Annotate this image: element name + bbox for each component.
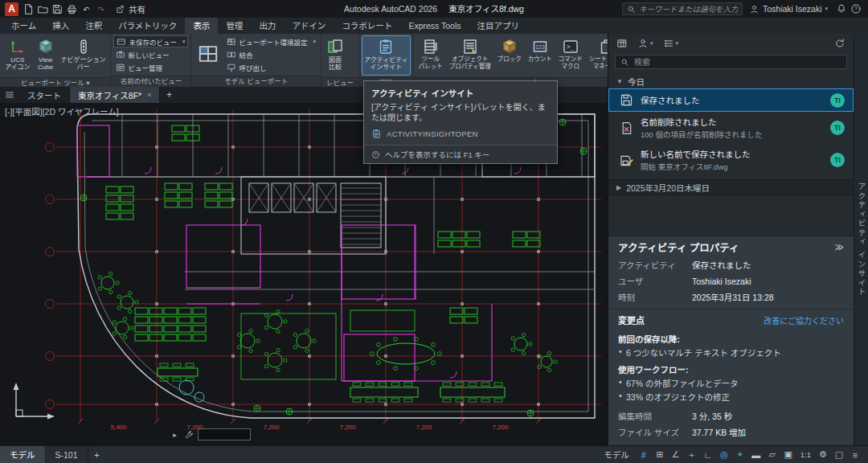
- clean-screen-icon[interactable]: ▢: [831, 446, 847, 463]
- count-palette-button[interactable]: 123カウント: [526, 35, 555, 76]
- ribbon-tab-10[interactable]: Express Tools: [400, 18, 469, 34]
- disk-icon: [619, 92, 634, 108]
- command-macros-button[interactable]: >_コマンド マクロ: [556, 35, 585, 76]
- hamburger-menu-icon[interactable]: [0, 87, 19, 103]
- ribbon-tab-5[interactable]: 表示: [185, 18, 218, 34]
- document-tab-2[interactable]: 東京オフィス8F*×: [70, 87, 160, 103]
- timeline-group-today[interactable]: ▼ 今日: [608, 74, 854, 88]
- join-viewports-button-label: 結合: [239, 50, 252, 59]
- customize-icon[interactable]: ≡: [847, 446, 863, 463]
- macro-icon: >_: [562, 38, 579, 55]
- autocad-logo[interactable]: A: [5, 2, 18, 16]
- refresh-icon[interactable]: [834, 38, 845, 49]
- panel-content: 未保存のビュー▾新しいビュービュー管理: [111, 34, 190, 76]
- customize-wrench-icon[interactable]: [183, 428, 195, 440]
- save-file-icon[interactable]: [50, 2, 64, 16]
- help-icon[interactable]: ?: [849, 2, 863, 16]
- ribbon-tab-2[interactable]: 挿入: [44, 18, 77, 34]
- model-space-label[interactable]: モデル: [597, 446, 636, 463]
- polar-tracking-icon[interactable]: ◎: [716, 446, 732, 463]
- svg-text:?: ?: [854, 6, 858, 11]
- view-manager-button[interactable]: ビュー管理: [113, 61, 188, 73]
- search-input[interactable]: [639, 5, 738, 14]
- grid-display-icon[interactable]: #: [636, 446, 652, 463]
- share-button[interactable]: 共有: [110, 2, 150, 16]
- ribbon-tab-4[interactable]: パラメトリック: [110, 18, 185, 34]
- viewport-config-dropdown[interactable]: ビューポート環境設定▾: [224, 35, 318, 47]
- panel-label[interactable]: レビュー: [321, 77, 358, 87]
- selection-cycling-icon[interactable]: ▣: [780, 446, 796, 463]
- redo-icon[interactable]: ↷: [93, 2, 108, 16]
- ribbon-tab-11[interactable]: 注目アプリ: [469, 18, 528, 34]
- document-tab-1[interactable]: スタート: [19, 87, 70, 103]
- ribbon-tab-9[interactable]: コラボレート: [334, 18, 400, 34]
- viewport-config-button[interactable]: [194, 35, 223, 72]
- activity-insight-tooltip: アクティビティ インサイト [アクティビティ インサイト]パレットを開く、または…: [363, 80, 558, 164]
- list-filter-button[interactable]: ▾: [663, 38, 679, 49]
- ortho-mode-icon[interactable]: ∟: [700, 446, 716, 463]
- ribbon-tab-1[interactable]: ホーム: [3, 18, 44, 34]
- join-viewports-button[interactable]: 結合: [224, 48, 318, 60]
- feedback-link[interactable]: 改善にご協力ください: [764, 314, 844, 326]
- ucs-icon-button-label: UCS アイコン: [5, 56, 31, 71]
- drawing-compare-button[interactable]: 図面 比較: [324, 35, 346, 76]
- panel-label[interactable]: ビューポート ツール ▾: [0, 77, 110, 87]
- dynamic-input-icon[interactable]: +: [684, 446, 700, 463]
- panel-content: ビューポート環境設定▾結合呼び出し: [191, 34, 321, 76]
- new-tab-button[interactable]: +: [160, 87, 178, 103]
- undo-icon[interactable]: ↶: [79, 2, 93, 16]
- workspace-switching-icon[interactable]: ⚙: [815, 446, 831, 463]
- annotation-scale-label[interactable]: 1:1: [796, 446, 815, 463]
- command-line-bar[interactable]: ▸: [169, 428, 251, 441]
- new-layout-button[interactable]: +: [88, 446, 106, 463]
- blocks-palette-button[interactable]: ブロック: [495, 35, 524, 76]
- snap-mode-icon[interactable]: ⊞: [652, 446, 668, 463]
- palette-main: ▾ ▾ ▼ 今日 保存されましたTI名前削除されました100 個の項目が名前削除…: [608, 34, 854, 445]
- viewport-controls-label[interactable]: [-][平面図][2D ワイヤフレーム]: [5, 105, 119, 117]
- view-cube-button[interactable]: View Cube: [35, 35, 57, 76]
- activity-item-saved[interactable]: 保存されましたTI: [608, 88, 854, 112]
- panel-rows: ビューポート環境設定▾結合呼び出し: [224, 35, 318, 73]
- ribbon-tab-3[interactable]: 注釈: [77, 18, 110, 34]
- layout-tab-2[interactable]: S-101: [46, 446, 88, 463]
- panel-label[interactable]: モデル ビューポート: [191, 76, 321, 87]
- activity-insight-button[interactable]: アクティビティ インサイト: [362, 35, 411, 76]
- notification-bell-icon[interactable]: [834, 2, 849, 16]
- properties-palette-button[interactable]: オブジェクト プロパティ管理: [447, 35, 493, 76]
- ribbon-tab-7[interactable]: 出力: [251, 18, 284, 34]
- changes-section-heading: 前回の保存以降:: [608, 329, 854, 346]
- collapse-chevron-icon[interactable]: ≫: [835, 242, 845, 252]
- timeline-group-collapsed[interactable]: ▶ 2025年3月20日木曜日: [608, 179, 854, 195]
- palette-search[interactable]: [615, 55, 847, 69]
- ucs-icon-button[interactable]: UCS アイコン: [2, 35, 33, 76]
- navigation-bar-button[interactable]: ナビゲーション バー: [59, 35, 108, 76]
- plot-icon[interactable]: [64, 2, 79, 16]
- user-menu[interactable]: Toshiaki Isezaki ▾: [749, 4, 828, 14]
- table-view-icon[interactable]: [616, 38, 628, 49]
- chevron-right-icon[interactable]: ▸: [169, 428, 181, 440]
- lineweight-icon[interactable]: ▬: [748, 446, 764, 463]
- view-combo[interactable]: 未保存のビュー▾: [113, 35, 188, 47]
- command-input[interactable]: [198, 428, 251, 440]
- close-icon[interactable]: ×: [147, 91, 151, 99]
- palette-title-strip[interactable]: アクティビティ インサイト: [854, 34, 868, 445]
- activity-item-saveas[interactable]: 新しい名前で保存されました開始 東京オフィス8F.dwgTI: [608, 144, 854, 176]
- palette-search-input[interactable]: [634, 58, 841, 67]
- property-row: 時刻2025年3月31日 13:28: [608, 289, 854, 305]
- sheet-set-manager-button[interactable]: シート セット マネージャ: [587, 35, 608, 76]
- restore-viewport-button[interactable]: 呼び出し: [224, 61, 318, 73]
- panel-label[interactable]: 名前の付いたビュー: [111, 76, 190, 87]
- ribbon-tab-8[interactable]: アドイン: [284, 18, 334, 34]
- layout-tab-1[interactable]: モデル: [0, 446, 46, 463]
- infer-constraints-icon[interactable]: ∠: [668, 446, 684, 463]
- transparency-icon[interactable]: ▱: [764, 446, 780, 463]
- object-snap-icon[interactable]: ⌖: [732, 446, 748, 463]
- new-file-icon[interactable]: [21, 2, 35, 16]
- activity-item-purged[interactable]: 名前削除されました100 個の項目が名前削除されましたTI: [608, 112, 854, 144]
- user-filter-button[interactable]: ▾: [637, 38, 653, 49]
- open-file-icon[interactable]: [35, 2, 50, 16]
- ribbon-tab-6[interactable]: 管理: [218, 18, 251, 34]
- global-search[interactable]: [622, 2, 743, 15]
- new-view-button[interactable]: 新しいビュー: [113, 48, 188, 60]
- tool-palettes-button[interactable]: ツール パレット: [416, 35, 445, 76]
